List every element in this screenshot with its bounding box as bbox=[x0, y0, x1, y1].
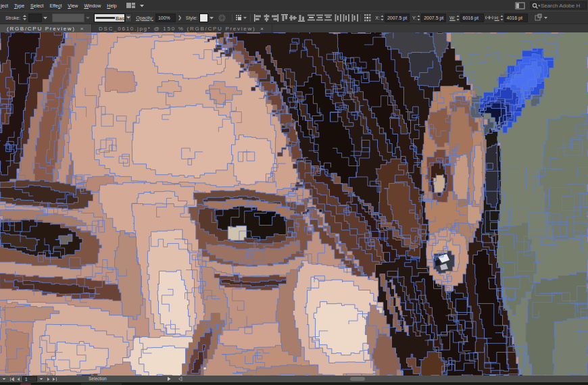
svg-text:Basic: Basic bbox=[116, 15, 124, 21]
